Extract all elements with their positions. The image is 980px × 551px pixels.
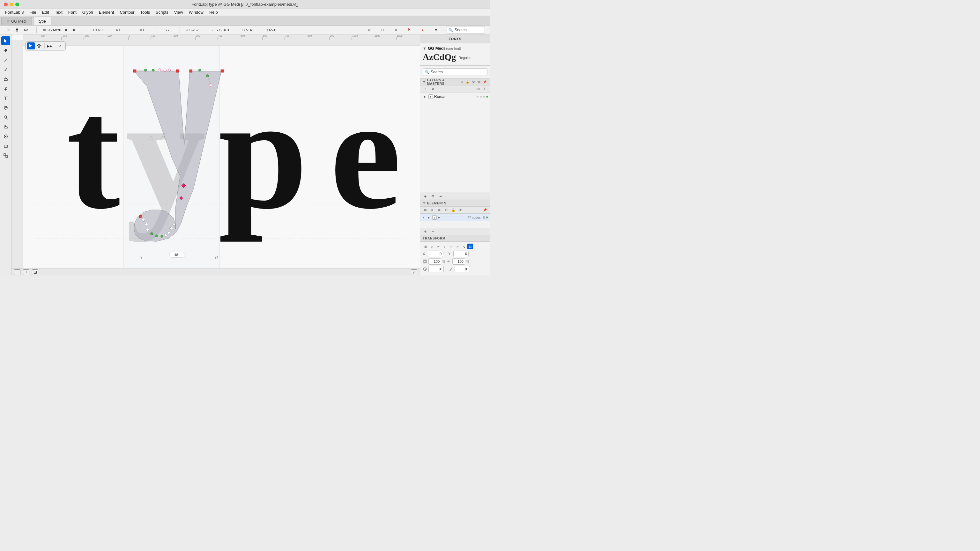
canvas-area[interactable]: -400-300-200-100010020030040050060070080… [11,35,420,275]
node-top-right-red[interactable] [176,70,179,72]
zoom-in-btn[interactable]: + [23,270,29,275]
layers-arrow[interactable]: ▼ [423,80,426,84]
transform-icon-4[interactable]: ↕ [442,244,447,249]
h-field[interactable] [452,258,465,265]
y-field[interactable] [453,251,469,257]
tool-rect[interactable] [1,141,10,151]
guides-btn[interactable]: ⊕ [365,26,373,34]
link-icon[interactable] [447,259,451,264]
right-search-input[interactable] [423,68,487,76]
tool-pointer[interactable] [1,37,10,45]
tool-knife[interactable] [1,65,10,74]
elem-unlink-btn[interactable]: ✂ [443,207,450,213]
tab-ggmedi[interactable]: ⊞ GG Medi [1,17,32,25]
tool-anchor[interactable] [1,84,10,93]
elem-vis-icon[interactable]: ● [426,215,431,220]
node-top-right-1[interactable] [189,70,192,72]
menu-help[interactable]: Help [207,9,220,15]
elem-expand-icon[interactable]: ▼ [422,216,425,219]
layers-copy-btn[interactable]: ⧉ [430,194,436,199]
kern-view-btn[interactable]: AV [22,26,30,34]
tool-zoom[interactable] [1,113,10,122]
tool-hand[interactable] [1,122,10,131]
layer-info-btn[interactable]: ℹ [482,86,488,92]
flag-btn[interactable]: ⚑ [405,26,414,34]
preview-btn[interactable]: ◻ [379,26,387,34]
tool-component[interactable] [1,151,10,160]
menu-edit[interactable]: Edit [40,9,52,15]
more-btn[interactable]: ▼ [432,26,440,34]
elem-remove-btn[interactable]: − [430,229,436,234]
copy-layer-btn[interactable]: ⧉ [430,86,436,92]
transform-icon-8[interactable]: ⊡ [467,244,473,249]
elem-lock-btn[interactable]: 🔒 [450,207,457,213]
layer-settings-btn[interactable]: ⊞ [460,79,465,84]
layer-visible-btn[interactable]: 👁 [477,79,482,84]
transform-icon-1[interactable]: ⊞ [423,244,428,249]
w-field[interactable] [428,258,441,265]
angle-field[interactable] [428,266,444,272]
layers-add-btn[interactable]: + [422,194,428,199]
view-toggle-btn[interactable]: ⊞ [4,26,12,34]
menu-element[interactable]: Element [96,9,117,15]
collapse-icon[interactable]: ▼ [423,46,426,51]
maximize-button[interactable] [15,3,19,6]
transform-icon-7[interactable]: ↘ [461,244,467,249]
menu-fontlab[interactable]: FontLab 8 [3,9,27,15]
menu-scripts[interactable]: Scripts [153,9,171,15]
menu-glyph[interactable]: Glyph [80,9,96,15]
layers-remove-btn[interactable]: − [438,194,444,199]
elem-grid-btn[interactable]: ⊞ [422,207,428,213]
menu-tools[interactable]: Tools [138,9,153,15]
glyph-prev-btn[interactable]: ◀ [61,26,70,34]
glyph-view-btn[interactable]: A̲ [13,26,21,34]
tool-node[interactable] [1,46,10,55]
tab-type[interactable]: type [33,17,51,25]
elem-visible-btn[interactable]: 👁 [457,207,463,213]
tool-pen[interactable] [1,56,10,64]
transform-icon-2[interactable]: ▷ [429,244,435,249]
add-layer-btn[interactable]: + [422,86,428,92]
sel-forward-btn[interactable]: ▶▶ [46,43,54,49]
zoom-out-btn[interactable]: − [14,270,21,275]
layer-pin-btn[interactable]: 📌 [482,79,487,84]
menu-text[interactable]: Text [52,9,65,15]
elements-arrow[interactable]: ▼ [423,202,426,205]
menu-contour[interactable]: Contour [117,9,137,15]
remove-layer-btn[interactable]: − [438,86,444,92]
layer-options-btn[interactable]: ⚙ [471,79,476,84]
menu-file[interactable]: File [27,9,39,15]
transform-icon-5[interactable]: ↔ [448,244,454,249]
menu-window[interactable]: Window [186,9,206,15]
transform-icon-3[interactable]: ✂ [436,244,441,249]
tool-smart[interactable] [1,132,10,141]
elem-pin-btn[interactable]: 📌 [482,207,488,213]
x-field[interactable] [428,251,443,257]
close-button[interactable] [4,3,8,6]
sel-node-btn[interactable] [35,43,43,49]
tool-eraser[interactable] [1,75,10,84]
menu-font[interactable]: Font [66,9,79,15]
ruler-horizontal: -400-300-200-100010020030040050060070080… [23,35,420,40]
elem-transform-btn[interactable]: ⊕ [436,207,442,213]
sel-pointer-btn[interactable] [27,43,35,49]
tool-text[interactable] [1,94,10,103]
slant-field[interactable] [455,266,470,272]
sel-close-btn[interactable]: × [56,43,64,49]
expand-btn[interactable]: ⤢ [411,270,417,275]
elem-y-row[interactable]: ▼ ● y y 77 nodes 0 [420,214,490,221]
layer-lock-btn[interactable]: 🔒 [465,79,470,84]
menu-view[interactable]: View [172,9,186,15]
layer-roman[interactable]: ● y Roman [420,92,490,101]
tool-measure[interactable] [1,103,10,112]
zoom-fit-btn[interactable]: ⊡ [32,270,38,275]
node-far-right[interactable] [221,70,224,72]
transform-icon-6[interactable]: ↗ [455,244,460,249]
layer-visible-icon[interactable]: ● [422,94,427,99]
color-btn[interactable]: ● [418,26,427,34]
elem-add-btn[interactable]: + [422,229,428,234]
minimize-button[interactable] [10,3,13,6]
glyph-next-btn[interactable]: ▶ [70,26,78,34]
elem-list-btn[interactable]: ≡ [429,207,436,213]
mask-btn[interactable]: ◈ [392,26,400,34]
